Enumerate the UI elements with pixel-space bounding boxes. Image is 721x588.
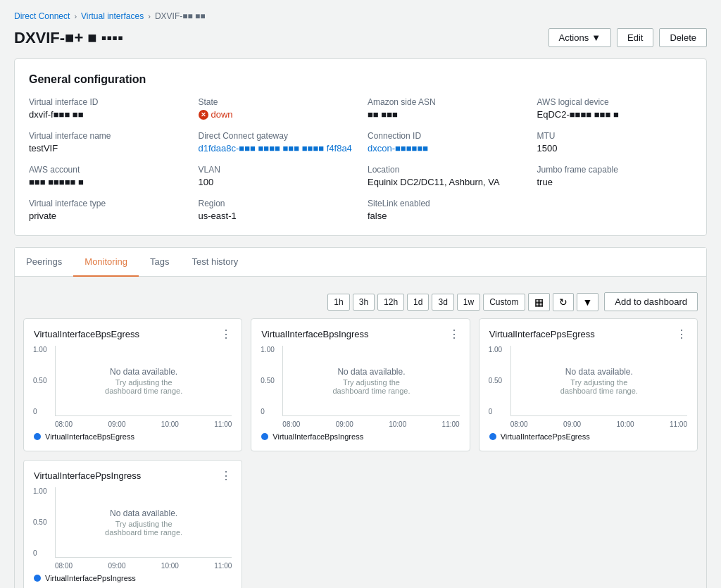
config-vif-type: Virtual interface type private [29,199,184,221]
charts-grid-bottom: VirtualInterfacePpsIngress ⋮ 1.00 0.50 0… [23,460,698,588]
chart-pps-egress-title: VirtualInterfacePpsEgress [489,329,595,339]
page-title: DXVIF-■+ ■ ▪▪▪▪ [14,29,123,47]
tab-test-history[interactable]: Test history [180,248,249,277]
chart-pps-egress: VirtualInterfacePpsEgress ⋮ 1.00 0.50 0 … [479,318,698,451]
config-logical-device: AWS logical device EqDC2-■■■■ ■■■ ■ [537,97,693,120]
time-1h[interactable]: 1h [327,294,349,311]
legend-dot [489,433,496,440]
calendar-icon: ▦ [534,296,544,308]
config-connection-id: Connection ID dxcon-■■■■■■ [368,131,523,154]
add-to-dashboard-button[interactable]: Add to dashboard [604,292,698,311]
calendar-icon-button[interactable]: ▦ [528,293,550,311]
config-amazon-asn: Amazon side ASN ■■ ■■■ [368,97,523,120]
chart-bps-ingress-area: 1.00 0.50 0 No data available. Try adjus… [261,346,459,428]
config-mtu: MTU 1500 [537,131,693,154]
config-state: State ✕ down [199,97,354,120]
chart-pps-egress-legend: VirtualInterfacePpsEgress [489,432,687,441]
chart-bps-ingress-menu[interactable]: ⋮ [449,329,460,340]
config-location: Location Equinix DC2/DC11, Ashburn, VA [368,165,523,187]
chart-pps-ingress: VirtualInterfacePpsIngress ⋮ 1.00 0.50 0… [23,460,242,588]
config-vif-name: Virtual interface name testVIF [29,131,184,154]
config-empty [537,199,693,221]
filter-icon: ▼ [583,296,593,308]
empty-space [251,460,698,588]
refresh-button[interactable]: ↻ [553,293,574,311]
refresh-icon: ↻ [559,296,568,308]
config-dx-gateway: Direct Connect gateway d1fdaa8c-■■■ ■■■■… [199,131,354,154]
breadcrumb: Direct Connect › Virtual interfaces › DX… [14,11,707,21]
tabs: Peerings Monitoring Tags Test history [15,248,706,277]
tab-tags[interactable]: Tags [139,248,180,277]
chart-bps-ingress: VirtualInterfaceBpsIngress ⋮ 1.00 0.50 0… [251,318,470,451]
time-3d[interactable]: 3d [432,294,453,311]
chart-bps-egress: VirtualInterfaceBpsEgress ⋮ 1.00 0.50 0 … [23,318,242,451]
chart-pps-egress-area: 1.00 0.50 0 No data available. Try adjus… [489,346,687,428]
general-config-title: General configuration [29,73,692,86]
time-12h[interactable]: 12h [377,294,404,311]
chart-bps-egress-area: 1.00 0.50 0 No data available. Try adjus… [34,346,232,428]
chart-bps-ingress-legend: VirtualInterfaceBpsIngress [261,432,459,441]
chart-pps-egress-menu[interactable]: ⋮ [676,329,687,340]
chart-pps-ingress-title: VirtualInterfacePpsIngress [34,470,141,481]
tab-monitoring[interactable]: Monitoring [73,248,139,277]
time-1d[interactable]: 1d [407,294,429,311]
chart-bps-egress-title: VirtualInterfaceBpsEgress [34,329,139,339]
config-virtual-interface-id: Virtual interface ID dxvif-f■■■ ■■ [29,97,184,120]
breadcrumb-sep-2: › [148,12,151,20]
config-region: Region us-east-1 [199,199,354,221]
monitoring-content: 1h 3h 12h 1d 3d 1w Custom ▦ ↻ ▼ Add to d… [14,277,707,588]
chart-pps-ingress-legend: VirtualInterfacePpsIngress [34,574,232,582]
monitoring-toolbar: 1h 3h 12h 1d 3d 1w Custom ▦ ↻ ▼ Add to d… [23,285,698,318]
header-actions: Actions ▼ Edit Delete [548,28,708,47]
charts-grid-top: VirtualInterfaceBpsEgress ⋮ 1.00 0.50 0 … [23,318,698,451]
general-config-card: General configuration Virtual interface … [14,58,707,236]
breadcrumb-root[interactable]: Direct Connect [14,11,70,21]
chevron-down-icon: ▼ [591,32,601,43]
config-sitelink: SiteLink enabled false [368,199,523,221]
page-header: DXVIF-■+ ■ ▪▪▪▪ Actions ▼ Edit Delete [14,28,707,47]
config-grid: Virtual interface ID dxvif-f■■■ ■■ State… [29,97,692,221]
filter-button[interactable]: ▼ [577,293,599,311]
legend-dot [34,575,41,582]
config-jumbo-frame: Jumbo frame capable true [537,165,693,187]
legend-dot [261,433,268,440]
delete-button[interactable]: Delete [659,28,707,47]
chart-pps-ingress-area: 1.00 0.50 0 No data available. Try adjus… [34,487,232,570]
chart-bps-ingress-title: VirtualInterfaceBpsIngress [261,329,368,339]
tab-peerings[interactable]: Peerings [15,248,73,277]
time-3h[interactable]: 3h [353,294,375,311]
actions-button[interactable]: Actions ▼ [548,28,612,47]
breadcrumb-sep-1: › [74,12,77,20]
chart-bps-egress-menu[interactable]: ⋮ [220,329,232,340]
legend-dot [34,433,41,440]
breadcrumb-parent[interactable]: Virtual interfaces [81,11,144,21]
chart-pps-ingress-menu[interactable]: ⋮ [220,470,232,482]
edit-button[interactable]: Edit [617,28,653,47]
time-custom[interactable]: Custom [483,294,525,311]
time-1w[interactable]: 1w [457,294,480,311]
config-aws-account: AWS account ■■■ ■■■■■ ■ [29,165,184,187]
chart-bps-egress-legend: VirtualInterfaceBpsEgress [34,432,232,441]
breadcrumb-current: DXVIF-■■ ■■ [155,11,206,21]
config-vlan: VLAN 100 [199,165,354,187]
status-error-icon: ✕ [199,110,208,120]
